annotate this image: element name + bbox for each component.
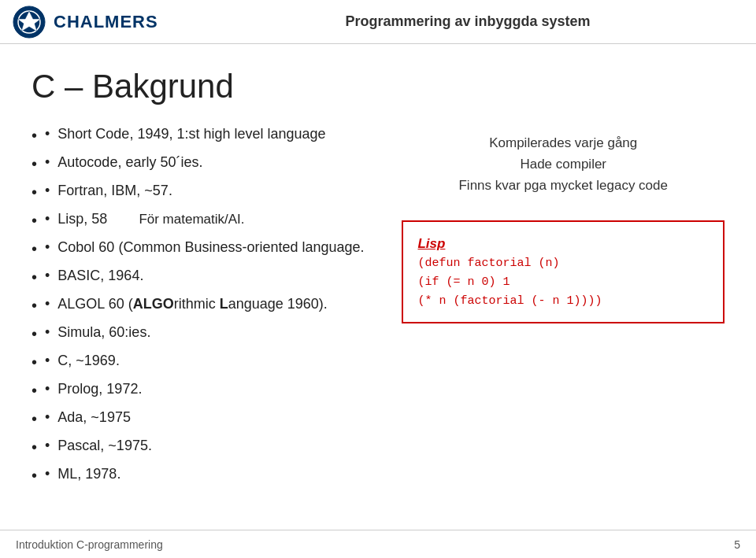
bullet-text: Simula, 60:ies. [57, 323, 150, 342]
list-item: • C, ~1969. [32, 351, 386, 373]
bullet-dot: • [45, 436, 50, 456]
note-line-3: Finns kvar pga mycket legacy code [402, 175, 724, 196]
logo-area: CHALMERS [13, 6, 192, 39]
bullet-dot: • [45, 294, 50, 314]
main-content: C – Bakgrund • Short Code, 1949, 1:st hi… [0, 44, 756, 530]
bullet-text: Fortran, IBM, ~57. [57, 181, 172, 201]
lisp-inline-note: För matematik/AI. [139, 210, 244, 229]
bullet-dot: • [45, 209, 50, 229]
bullet-dot: • [45, 153, 50, 172]
bullet-dot: • [45, 181, 50, 201]
bullet-text: Lisp, 58 För matematik/AI. [57, 209, 244, 229]
bullet-text: Ada, ~1975 [57, 408, 131, 427]
list-item: • Fortran, IBM, ~57. [32, 181, 386, 203]
bullet-dot: • [45, 351, 50, 371]
footer-right: 5 [734, 538, 740, 551]
lisp-code-box: Lisp (defun factorial (n) (if (= n 0) 1 … [402, 220, 724, 323]
note-line-2: Hade compiler [402, 153, 724, 175]
footer-left: Introduktion C-programmering [16, 538, 163, 551]
bullet-text: C, ~1969. [57, 351, 120, 371]
bullet-dot: • [45, 408, 50, 427]
left-column: • Short Code, 1949, 1:st high level lang… [32, 124, 386, 493]
bullet-dot: • [45, 464, 50, 484]
bullet-text: BASIC, 1964. [57, 266, 143, 286]
lisp-line-2: (if (= n 0) 1 [417, 273, 709, 292]
bullet-dot: • [45, 238, 50, 257]
bullet-dot: • [45, 124, 50, 144]
list-item: • Autocode, early 50´ies. [32, 153, 386, 175]
right-top-note: Kompilerades varje gång Hade compiler Fi… [402, 124, 724, 197]
bullet-dot: • [45, 379, 50, 399]
right-column: Kompilerades varje gång Hade compiler Fi… [402, 124, 724, 493]
lisp-line-3: (* n (factorial (- n 1)))) [417, 292, 709, 311]
list-item: • ALGOL 60 (ALGOrithmic Language 1960). [32, 294, 386, 316]
list-item: • ML, 1978. [32, 464, 386, 486]
lisp-code-content: (defun factorial (n) (if (= n 0) 1 (* n … [417, 254, 709, 311]
bullet-dot: • [45, 323, 50, 342]
chalmers-logo-icon [13, 6, 46, 39]
list-item: • Lisp, 58 För matematik/AI. [32, 209, 386, 231]
bullet-text: ML, 1978. [57, 464, 120, 484]
list-item: • Simula, 60:ies. [32, 323, 386, 345]
bullet-text: Short Code, 1949, 1:st high level langua… [57, 124, 325, 144]
header-title: Programmering av inbyggda system [192, 13, 743, 30]
bullet-text: ALGOL 60 (ALGOrithmic Language 1960). [57, 294, 328, 314]
bullet-text: Prolog, 1972. [57, 379, 142, 399]
footer: Introduktion C-programmering 5 [0, 530, 756, 558]
logo-text: CHALMERS [54, 12, 158, 32]
bullet-text: Pascal, ~1975. [57, 436, 152, 456]
list-item: • Cobol 60 (Common Business-oriented lan… [32, 238, 386, 260]
bullet-text: Cobol 60 (Common Business-oriented langu… [57, 238, 364, 257]
bullet-text: Autocode, early 50´ies. [57, 153, 202, 172]
list-item: • Pascal, ~1975. [32, 436, 386, 458]
list-item: • Ada, ~1975 [32, 408, 386, 430]
slide-title: C – Bakgrund [32, 68, 724, 105]
bullet-dot: • [45, 266, 50, 286]
list-item: • Short Code, 1949, 1:st high level lang… [32, 124, 386, 146]
header: CHALMERS Programmering av inbyggda syste… [0, 0, 756, 44]
content-area: • Short Code, 1949, 1:st high level lang… [32, 124, 724, 493]
lisp-line-1: (defun factorial (n) [417, 254, 709, 273]
note-line-1: Kompilerades varje gång [402, 132, 724, 153]
bullet-list: • Short Code, 1949, 1:st high level lang… [32, 124, 386, 486]
list-item: • BASIC, 1964. [32, 266, 386, 288]
lisp-box-title: Lisp [417, 233, 709, 254]
list-item: • Prolog, 1972. [32, 379, 386, 401]
